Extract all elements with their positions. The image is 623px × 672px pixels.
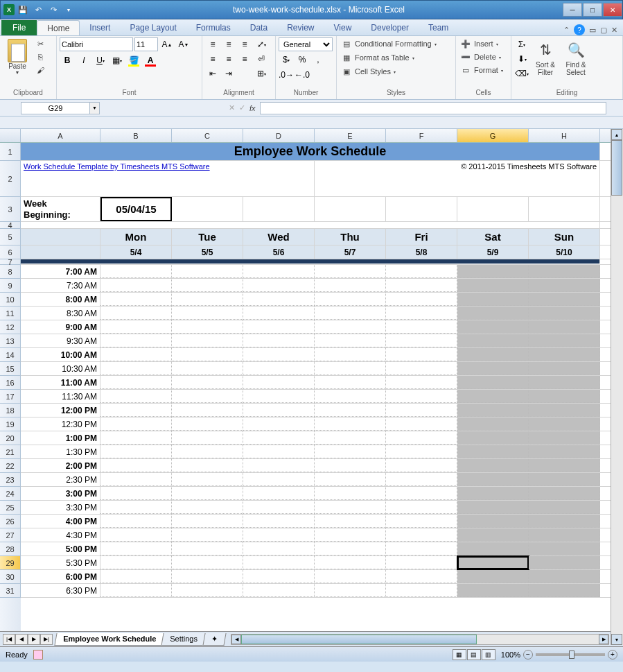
time-label-24[interactable]: 3:00 PM	[21, 487, 100, 500]
schedule-cell-r16-c5[interactable]	[386, 376, 457, 389]
schedule-cell-r21-c1[interactable]	[100, 445, 172, 458]
underline-button[interactable]: U▾	[93, 53, 108, 67]
schedule-cell-r26-c7[interactable]	[529, 515, 600, 528]
time-label-28[interactable]: 5:00 PM	[21, 542, 100, 555]
schedule-cell-r14-c6[interactable]	[457, 348, 529, 361]
time-label-15[interactable]: 10:30 AM	[21, 362, 100, 375]
schedule-cell-r23-c2[interactable]	[172, 473, 243, 486]
align-bottom-icon[interactable]: ≡	[237, 37, 252, 51]
time-label-26[interactable]: 4:00 PM	[21, 515, 100, 528]
fx-icon[interactable]: fx	[249, 104, 256, 112]
row-header-24[interactable]: 24	[0, 487, 21, 501]
schedule-cell-r30-c7[interactable]	[529, 570, 600, 583]
time-label-12[interactable]: 9:00 AM	[21, 320, 100, 334]
row-header-19[interactable]: 19	[0, 417, 21, 431]
row-header-31[interactable]: 31	[0, 584, 21, 598]
time-label-19[interactable]: 12:30 PM	[21, 417, 100, 431]
schedule-cell-r29-c1[interactable]	[100, 556, 172, 569]
schedule-cell-r28-c1[interactable]	[100, 542, 172, 555]
time-label-10[interactable]: 8:00 AM	[21, 293, 100, 306]
row-header-21[interactable]: 21	[0, 445, 21, 459]
zoom-in-icon[interactable]: +	[608, 650, 617, 660]
time-label-27[interactable]: 4:30 PM	[21, 528, 100, 542]
time-label-18[interactable]: 12:00 PM	[21, 404, 100, 417]
schedule-cell-r20-c1[interactable]	[100, 431, 172, 445]
schedule-cell-r15-c7[interactable]	[529, 362, 600, 375]
enter-formula-icon[interactable]: ✓	[239, 103, 245, 112]
tab-formulas[interactable]: Formulas	[186, 20, 240, 35]
copy-icon[interactable]: ⎘	[33, 51, 47, 63]
time-label-14[interactable]: 10:00 AM	[21, 348, 100, 361]
column-header-A[interactable]: A	[21, 129, 100, 142]
date-header-1[interactable]: 5/5	[172, 245, 243, 259]
date-header-0[interactable]: 5/4	[100, 245, 172, 259]
schedule-cell-r15-c3[interactable]	[243, 362, 315, 375]
schedule-cell-r26-c5[interactable]	[386, 515, 457, 528]
schedule-cell-r29-c2[interactable]	[172, 556, 243, 569]
undo-icon[interactable]: ↶	[31, 3, 45, 17]
schedule-cell-r10-c6[interactable]	[457, 293, 529, 306]
schedule-cell-r30-c5[interactable]	[386, 570, 457, 583]
schedule-cell-r30-c4[interactable]	[315, 570, 386, 583]
cancel-formula-icon[interactable]: ✕	[229, 103, 235, 112]
schedule-cell-r25-c4[interactable]	[315, 501, 386, 514]
schedule-cell-r22-c4[interactable]	[315, 459, 386, 472]
schedule-cell-r17-c4[interactable]	[315, 390, 386, 403]
schedule-cell-r11-c7[interactable]	[529, 307, 600, 320]
row-header-17[interactable]: 17	[0, 390, 21, 404]
percent-format-icon[interactable]: %	[295, 53, 310, 67]
first-sheet-icon[interactable]: |◀	[3, 634, 15, 645]
save-icon[interactable]: 💾	[16, 3, 30, 17]
cells-area[interactable]: Employee Work ScheduleWork Schedule Temp…	[21, 143, 623, 631]
prev-sheet-icon[interactable]: ◀	[15, 634, 28, 645]
schedule-cell-r23-c6[interactable]	[457, 473, 529, 486]
row-header-23[interactable]: 23	[0, 473, 21, 487]
schedule-cell-r12-c2[interactable]	[172, 320, 243, 334]
page-layout-view-icon[interactable]: ▤	[467, 649, 481, 660]
schedule-cell-r11-c1[interactable]	[100, 307, 172, 320]
sheet-tab-settings[interactable]: Settings	[161, 633, 207, 646]
schedule-cell-r16-c3[interactable]	[243, 376, 315, 389]
row-header-16[interactable]: 16	[0, 376, 21, 390]
schedule-cell-r31-c1[interactable]	[100, 584, 172, 597]
schedule-cell-r18-c3[interactable]	[243, 404, 315, 417]
schedule-cell-r14-c7[interactable]	[529, 348, 600, 361]
time-label-25[interactable]: 3:30 PM	[21, 501, 100, 514]
format-painter-icon[interactable]: 🖌	[33, 64, 47, 76]
schedule-cell-r15-c2[interactable]	[172, 362, 243, 375]
delete-cells-button[interactable]: ➖Delete ▾	[459, 51, 504, 63]
day-header-mon[interactable]: Mon	[100, 229, 172, 245]
schedule-cell-r15-c5[interactable]	[386, 362, 457, 375]
find-select-button[interactable]: 🔍 Find & Select	[561, 37, 590, 78]
shrink-font-icon[interactable]: A▼	[176, 37, 191, 51]
close-button[interactable]: ✕	[603, 3, 622, 17]
schedule-cell-r23-c1[interactable]	[100, 473, 172, 486]
date-header-blank[interactable]	[21, 245, 100, 259]
day-header-fri[interactable]: Fri	[386, 229, 457, 245]
time-label-17[interactable]: 11:30 AM	[21, 390, 100, 403]
row-header-1[interactable]: 1	[0, 143, 21, 161]
sort-filter-button[interactable]: ⇅ Sort & Filter	[531, 37, 560, 78]
row-header-3[interactable]: 3	[0, 197, 21, 222]
schedule-cell-r21-c4[interactable]	[315, 445, 386, 458]
schedule-cell-r12-c6[interactable]	[457, 320, 529, 334]
schedule-cell-r31-c6[interactable]	[457, 584, 529, 597]
schedule-cell-r26-c1[interactable]	[100, 515, 172, 528]
formula-input[interactable]	[260, 102, 606, 114]
schedule-cell-r28-c2[interactable]	[172, 542, 243, 555]
schedule-cell-r28-c6[interactable]	[457, 542, 529, 555]
comma-format-icon[interactable]: ,	[310, 53, 326, 67]
wrap-text-button[interactable]: ⏎	[254, 52, 269, 66]
schedule-cell-r8-c7[interactable]	[529, 265, 600, 278]
scroll-down-icon[interactable]: ▼	[611, 634, 622, 645]
schedule-cell-r24-c5[interactable]	[386, 487, 457, 500]
align-right-icon[interactable]: ≡	[237, 52, 252, 66]
schedule-cell-r15-c1[interactable]	[100, 362, 172, 375]
schedule-cell-r13-c6[interactable]	[457, 334, 529, 347]
schedule-cell-r17-c3[interactable]	[243, 390, 315, 403]
schedule-cell-r23-c5[interactable]	[386, 473, 457, 486]
tab-insert[interactable]: Insert	[80, 20, 120, 35]
schedule-cell-r13-c3[interactable]	[243, 334, 315, 347]
schedule-cell-r13-c4[interactable]	[315, 334, 386, 347]
schedule-cell-r20-c7[interactable]	[529, 431, 600, 445]
